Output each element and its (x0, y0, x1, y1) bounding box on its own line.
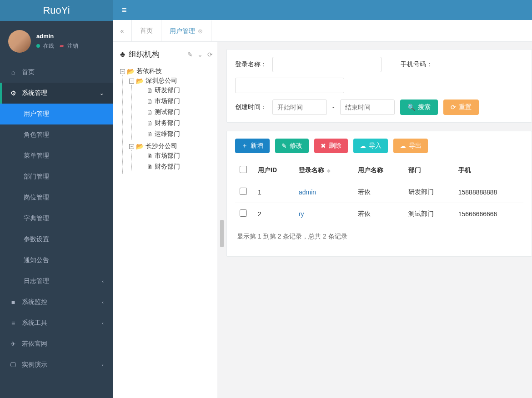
splitter-handle[interactable] (220, 220, 224, 247)
avatar[interactable] (8, 30, 31, 53)
btn-label: 导出 (409, 142, 422, 150)
nav-post-mgmt[interactable]: 岗位管理 (0, 187, 113, 208)
nav-site[interactable]: ✈ 若依官网 (0, 333, 113, 354)
nav-home[interactable]: ⌂ 首页 (0, 62, 113, 83)
tree-leaf[interactable]: 🗎财务部门 (138, 119, 213, 127)
tree-leaf[interactable]: 🗎研发部门 (138, 86, 213, 95)
menu-toggle-icon[interactable]: ≡ (122, 5, 127, 15)
dash: - (332, 104, 335, 111)
tree-leaf[interactable]: 🗎运维部门 (138, 130, 213, 138)
chevron-down-icon: ⌄ (100, 90, 104, 96)
search-button[interactable]: 🔍搜索 (400, 100, 438, 115)
col-phone[interactable]: 手机 (454, 159, 523, 181)
tree-leaf[interactable]: 🗎测试部门 (138, 108, 213, 116)
file-icon: 🗎 (146, 98, 153, 105)
file-icon: 🗎 (146, 109, 153, 116)
phone-input[interactable] (235, 78, 344, 93)
reset-button[interactable]: ⟳重置 (443, 100, 479, 115)
import-button[interactable]: ☁导入 (353, 139, 388, 153)
tree-label: 长沙分公司 (146, 142, 177, 150)
nav-monitor[interactable]: ■ 系统监控 ‹ (0, 292, 113, 313)
delete-button[interactable]: ✖删除 (314, 139, 348, 153)
sitemap-icon: ♣ (120, 50, 125, 59)
sort-icon: ◆ (327, 168, 331, 173)
nav-label: 通知公告 (24, 256, 49, 264)
chevron-left-icon: ‹ (102, 320, 104, 326)
cell-login-link[interactable]: ry (299, 210, 304, 218)
collapse-icon[interactable]: − (129, 79, 134, 84)
nav-label: 系统监控 (22, 298, 47, 306)
folder-open-icon: 📂 (127, 68, 135, 75)
phone-label: 手机号码： (401, 60, 432, 69)
edit-icon[interactable]: ✎ (187, 51, 193, 58)
tree-node-changsha[interactable]: − 📂 长沙分公司 (129, 142, 213, 150)
cell-dept: 测试部门 (404, 203, 454, 225)
collapse-icon[interactable]: − (120, 69, 125, 74)
tabs-row: « 首页 用户管理 ⊗ (113, 20, 532, 42)
table-row[interactable]: 1 admin 若依 研发部门 15888888888 (235, 181, 523, 203)
select-all-checkbox[interactable] (240, 166, 247, 173)
nav-log-mgmt[interactable]: 日志管理 ‹ (0, 271, 113, 292)
nav-system[interactable]: ⚙ 系统管理 ⌄ (0, 83, 113, 104)
tree-leaf[interactable]: 🗎市场部门 (138, 97, 213, 105)
collapse-icon[interactable]: − (129, 144, 134, 149)
tabs-scroll-left[interactable]: « (113, 20, 132, 41)
export-button[interactable]: ☁导出 (393, 139, 428, 153)
start-time-input[interactable] (272, 100, 327, 115)
download-icon: ☁ (400, 142, 406, 149)
btn-label: 重置 (459, 103, 472, 111)
login-input[interactable] (272, 57, 381, 72)
col-userid[interactable]: 用户ID (253, 159, 294, 181)
nav-dept-mgmt[interactable]: 部门管理 (0, 166, 113, 187)
nav-user-mgmt[interactable]: 用户管理 (0, 104, 113, 124)
tree-leaf[interactable]: 🗎市场部门 (138, 152, 213, 160)
btn-label: 导入 (369, 142, 381, 150)
end-time-input[interactable] (340, 100, 395, 115)
refresh-icon[interactable]: ⟳ (207, 51, 213, 58)
close-icon[interactable]: ⊗ (198, 28, 203, 35)
nav-config-mgmt[interactable]: 参数设置 (0, 229, 113, 250)
status-text: 在线 (43, 43, 54, 49)
tab-label: 首页 (140, 27, 153, 35)
row-checkbox[interactable] (240, 209, 247, 217)
col-dept[interactable]: 部门 (404, 159, 454, 181)
login-label: 登录名称： (235, 60, 267, 69)
nav-tools[interactable]: ≡ 系统工具 ‹ (0, 313, 113, 333)
nav-label: 菜单管理 (24, 152, 49, 160)
upload-icon: ☁ (360, 142, 366, 149)
gear-icon: ⚙ (9, 90, 17, 97)
col-label: 登录名称 (299, 166, 324, 174)
nav-label: 用户管理 (24, 110, 49, 118)
chevron-down-icon[interactable]: ⌄ (197, 51, 203, 58)
logout-link[interactable]: 注销 (67, 43, 78, 49)
cell-name: 若依 (353, 203, 403, 225)
nav-demo[interactable]: 🖵 实例演示 ‹ (0, 354, 113, 375)
nav-role-mgmt[interactable]: 角色管理 (0, 124, 113, 145)
tree-leaf[interactable]: 🗎财务部门 (138, 163, 213, 171)
nav-label: 字典管理 (24, 214, 49, 223)
col-username[interactable]: 用户名称 (353, 159, 403, 181)
tree-title-text: 组织机构 (129, 49, 160, 60)
cell-login-link[interactable]: admin (299, 189, 316, 196)
row-checkbox[interactable] (240, 188, 247, 195)
nav-notice-mgmt[interactable]: 通知公告 (0, 250, 113, 271)
chevron-left-icon: ‹ (102, 279, 104, 284)
tab-home[interactable]: 首页 (132, 20, 161, 41)
tree-node-root[interactable]: − 📂 若依科技 (120, 67, 213, 75)
nav-label: 若依官网 (22, 340, 47, 348)
table-row[interactable]: 2 ry 若依 测试部门 15666666666 (235, 203, 523, 225)
chevron-left-icon: ‹ (102, 299, 104, 305)
data-panel: ＋新增 ✎修改 ✖删除 ☁导入 ☁导出 用户ID 登录名称◆ 用户名称 (226, 131, 532, 257)
col-login[interactable]: 登录名称◆ (294, 159, 353, 181)
add-button[interactable]: ＋新增 (235, 139, 270, 153)
btn-label: 搜索 (418, 103, 431, 111)
cell-phone: 15666666666 (454, 203, 523, 225)
tree-node-shenzhen[interactable]: − 📂 深圳总公司 (129, 77, 213, 85)
nav-label: 实例演示 (22, 361, 47, 369)
tab-user-mgmt[interactable]: 用户管理 ⊗ (161, 20, 211, 41)
time-label: 创建时间： (235, 103, 267, 111)
edit-button[interactable]: ✎修改 (275, 139, 309, 153)
nav-dict-mgmt[interactable]: 字典管理 (0, 208, 113, 229)
nav-menu-mgmt[interactable]: 菜单管理 (0, 145, 113, 166)
btn-label: 删除 (329, 142, 341, 150)
